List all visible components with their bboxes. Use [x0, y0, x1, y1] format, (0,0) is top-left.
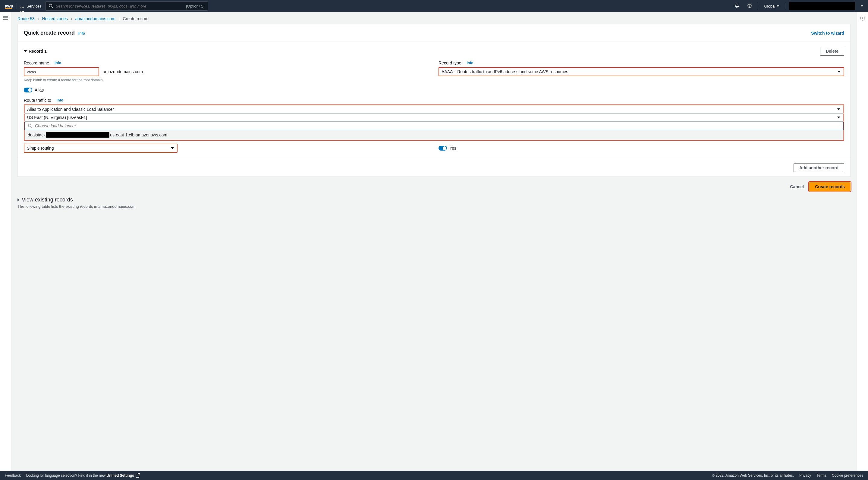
chevron-right-icon: ›: [71, 16, 72, 21]
alias-target-select[interactable]: Alias to Application and Classic Load Ba…: [24, 105, 844, 113]
account-menu[interactable]: [789, 2, 855, 10]
alias-region-select[interactable]: US East (N. Virginia) [us-east-1]: [24, 113, 844, 122]
chevron-right-icon: ›: [119, 16, 120, 21]
help-icon[interactable]: [745, 3, 754, 9]
existing-records-section: View existing records The following tabl…: [11, 194, 857, 215]
alias-label: Alias: [35, 88, 44, 93]
record-title: Record 1: [29, 49, 47, 54]
record-name-input[interactable]: [24, 67, 99, 76]
route-traffic-group: Alias to Application and Classic Load Ba…: [24, 104, 844, 141]
panel-header: Quick create record Info Switch to wizar…: [18, 24, 850, 42]
existing-records-title: View existing records: [22, 197, 73, 203]
record-name-label: Record name: [24, 61, 49, 65]
routing-policy-select[interactable]: Simple routing: [24, 144, 178, 153]
info-link[interactable]: Info: [467, 61, 473, 65]
existing-records-toggle[interactable]: View existing records: [18, 197, 850, 203]
evaluate-health-label: Yes: [450, 146, 456, 150]
search-shortcut: [Option+S]: [186, 4, 205, 8]
chevron-down-icon: [861, 5, 863, 7]
info-link[interactable]: Info: [79, 31, 85, 36]
load-balancer-search[interactable]: [24, 122, 844, 130]
unified-settings-link[interactable]: Unified Settings: [107, 473, 140, 478]
load-balancer-option[interactable]: dualstack us-east-1.elb.amazonaws.com: [24, 130, 844, 140]
main-content: Route 53 › Hosted zones › amazondomains.…: [11, 12, 857, 471]
right-rail: i: [857, 12, 868, 471]
record-type-value: AAAA – Routes traffic to an IPv6 address…: [441, 69, 568, 74]
switch-to-wizard-link[interactable]: Switch to wizard: [811, 31, 844, 36]
breadcrumb: Route 53 › Hosted zones › amazondomains.…: [11, 12, 857, 24]
create-record-panel: Quick create record Info Switch to wizar…: [18, 24, 850, 177]
alias-region-value: US East (N. Virginia) [us-east-1]: [27, 115, 87, 120]
divider: [758, 3, 758, 9]
create-records-button[interactable]: Create records: [809, 182, 850, 191]
record-name-field: Record name Info .amazondomains.com Keep…: [24, 61, 430, 82]
feedback-link[interactable]: Feedback: [5, 473, 21, 478]
chevron-down-icon: [838, 71, 841, 73]
page-actions: Cancel Create records: [11, 177, 857, 194]
route-traffic-label: Route traffic to: [24, 98, 51, 103]
alias-toggle-row: Alias: [24, 88, 844, 93]
search-input[interactable]: [56, 4, 184, 8]
footer: Feedback Looking for language selection?…: [0, 471, 868, 480]
record-collapse-toggle[interactable]: Record 1: [24, 49, 47, 54]
chevron-down-icon: [24, 50, 27, 52]
info-icon[interactable]: i: [860, 16, 865, 21]
left-rail: [0, 12, 11, 471]
search-box[interactable]: [Option+S]: [45, 1, 208, 10]
evaluate-health-toggle[interactable]: [438, 146, 447, 150]
routing-policy-value: Simple routing: [27, 146, 54, 150]
record-name-hint: Keep blank to create a record for the ro…: [24, 78, 430, 82]
breadcrumb-hosted-zones[interactable]: Hosted zones: [42, 16, 68, 21]
privacy-link[interactable]: Privacy: [799, 473, 811, 478]
svg-point-0: [49, 4, 52, 7]
lang-prompt-text: Looking for language selection? Find it …: [26, 473, 107, 478]
record-type-field: Record type Info AAAA – Routes traffic t…: [438, 61, 844, 82]
chevron-down-icon: [777, 5, 779, 7]
record-type-label: Record type: [438, 61, 461, 65]
svg-point-4: [28, 124, 31, 127]
svg-line-1: [52, 7, 53, 8]
info-link[interactable]: Info: [55, 61, 61, 65]
hamburger-icon[interactable]: [0, 16, 11, 20]
breadcrumb-current: Create record: [123, 16, 149, 21]
alias-target-value: Alias to Application and Classic Load Ba…: [27, 107, 114, 112]
external-link-icon: [135, 474, 139, 478]
region-selector[interactable]: Global: [762, 4, 781, 8]
chevron-down-icon: [171, 147, 174, 149]
copyright: © 2022, Amazon Web Services, Inc. or its…: [712, 473, 794, 478]
svg-point-3: [749, 7, 750, 7]
breadcrumb-route53[interactable]: Route 53: [18, 16, 35, 21]
notifications-icon[interactable]: [733, 3, 741, 9]
services-label: Services: [27, 4, 41, 8]
domain-suffix: .amazondomains.com: [101, 69, 143, 74]
terms-link[interactable]: Terms: [816, 473, 827, 478]
page-title: Quick create record: [24, 30, 75, 36]
top-nav: aws Services [Option+S] Global: [0, 0, 868, 12]
cancel-button[interactable]: Cancel: [790, 184, 804, 189]
chevron-down-icon: [837, 108, 840, 110]
alias-toggle[interactable]: [24, 88, 32, 93]
search-icon: [28, 124, 33, 128]
chevron-right-icon: ›: [38, 16, 39, 21]
chevron-down-icon: [837, 116, 840, 118]
cookie-preferences-link[interactable]: Cookie preferences: [832, 473, 863, 478]
grid-icon: [21, 4, 25, 8]
lb-option-suffix: us-east-1.elb.amazonaws.com: [110, 133, 167, 137]
search-icon: [49, 4, 53, 8]
panel-footer: Add another record: [18, 159, 850, 176]
record-type-select[interactable]: AAAA – Routes traffic to an IPv6 address…: [438, 67, 844, 76]
region-label: Global: [764, 4, 775, 8]
chevron-right-icon: [18, 199, 19, 201]
divider: [17, 3, 17, 9]
info-link[interactable]: Info: [57, 98, 63, 102]
breadcrumb-domain[interactable]: amazondomains.com: [75, 16, 116, 21]
aws-logo[interactable]: aws: [5, 3, 13, 9]
record-section: Record 1 Delete Record name Info .amazon…: [18, 42, 850, 159]
load-balancer-input[interactable]: [35, 124, 840, 128]
delete-button[interactable]: Delete: [820, 47, 844, 56]
lb-option-prefix: dualstack: [28, 133, 45, 137]
evaluate-health-row: Yes: [438, 146, 844, 150]
add-another-record-button[interactable]: Add another record: [794, 163, 844, 172]
services-menu[interactable]: Services: [21, 4, 41, 8]
existing-records-desc: The following table lists the existing r…: [18, 204, 850, 209]
